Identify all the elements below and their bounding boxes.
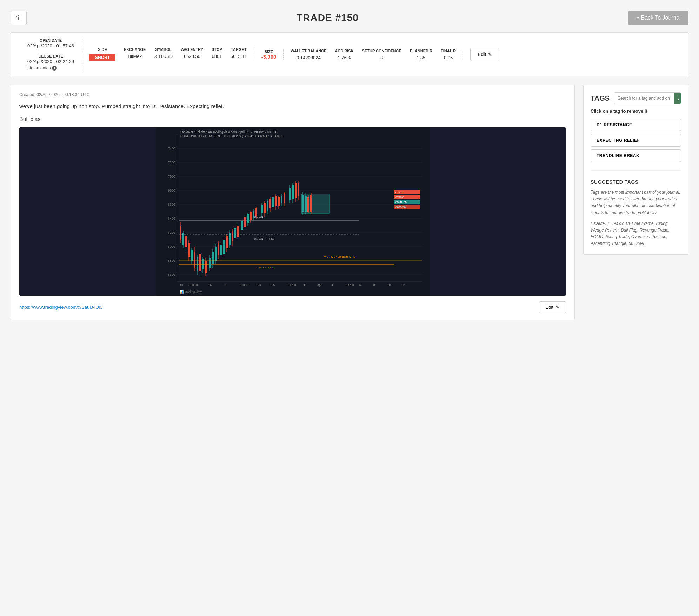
trade-edit-section: Edit ✎ [463, 48, 499, 61]
svg-text:6000: 6000 [168, 245, 175, 248]
suggested-tags-examples: EXAMPLE TAGS: 1h Time Frame, Rising Wedg… [591, 220, 681, 247]
info-on-dates[interactable]: Info on dates i [26, 66, 75, 71]
info-icon: i [52, 66, 57, 71]
svg-text:6: 6 [359, 283, 361, 287]
tags-header: TAGS › [591, 92, 681, 104]
exchange-value: BitMex [128, 54, 142, 59]
stop-value: 6801 [212, 54, 222, 59]
svg-text:D1 range low: D1 range low [258, 266, 274, 269]
wallet-balance-field: WALLET BALANCE 0.14208024 [291, 49, 326, 60]
stop-field: STOP 6801 [212, 47, 222, 59]
svg-text:7000: 7000 [168, 175, 175, 178]
svg-text:6778.0: 6778.0 [395, 196, 404, 199]
tag-item[interactable]: TRENDLINE BREAK [591, 149, 681, 162]
svg-text:6600: 6600 [168, 203, 175, 206]
svg-text:5600: 5600 [168, 273, 175, 276]
target-label: TARGET [231, 47, 246, 52]
suggested-tags-desc: Tags are the most important part of your… [591, 189, 681, 216]
svg-text:6800: 6800 [168, 189, 175, 192]
svg-text:3: 3 [331, 283, 333, 287]
tags-list: D1 RESISTANCE EXPECTING RELIEF TRENDLINE… [591, 119, 681, 162]
suggested-tags-section: SUGGESTED TAGS Tags are the most importa… [591, 170, 681, 247]
entry-edit-icon: ✎ [555, 304, 559, 310]
entry-edit-button[interactable]: Edit ✎ [539, 301, 566, 313]
delete-button[interactable]: 🗑 [11, 11, 27, 25]
svg-text:6400: 6400 [168, 217, 175, 220]
svg-text:D1 S/N - (-+PSL): D1 S/N - (-+PSL) [254, 237, 275, 240]
wallet-balance-label: WALLET BALANCE [291, 49, 326, 53]
entry-subtitle: Bull bias [19, 116, 566, 122]
svg-text:7400: 7400 [168, 147, 175, 150]
avg-entry-label: AVG ENTRY [181, 47, 203, 52]
open-date-label: OPEN DATE [26, 38, 75, 42]
svg-text:FxsMRat published on TradingVi: FxsMRat published on TradingView.com, Ap… [180, 130, 278, 134]
svg-text:100:00: 100:00 [189, 283, 198, 287]
close-date-value: 02/Apr/2020 - 02:24:29 [26, 59, 75, 64]
entry-footer: https://www.tradingview.com/x/BauIJ4Ud/ … [19, 301, 566, 313]
open-date-row: OPEN DATE 02/Apr/2020 - 01:57:46 [26, 38, 75, 48]
wallet-balance-value: 0.14208024 [297, 55, 321, 60]
avg-entry-field: AVG ENTRY 6623.50 [181, 47, 203, 59]
svg-text:100:00: 100:00 [287, 283, 296, 287]
stop-label: STOP [212, 47, 222, 52]
planned-r-field: PLANNED R 1.85 [410, 49, 432, 60]
symbol-value: XBTUSD [154, 54, 173, 59]
edit-icon: ✎ [488, 52, 492, 57]
tags-search-button[interactable]: › [674, 93, 681, 104]
exchange-field: EXCHANGE BitMex [124, 47, 146, 59]
tags-search-wrapper: › [614, 92, 681, 104]
svg-text:W1 Nov '17 Launch to ATH...: W1 Nov '17 Launch to ATH... [324, 256, 356, 258]
size-label: SIZE [265, 49, 273, 54]
tags-panel: TAGS › Click on a tag to remove it D1 RE… [583, 85, 688, 255]
svg-text:8: 8 [373, 283, 375, 287]
svg-text:BITMEX:XBTUSD, 6M 6869.5 +17.0: BITMEX:XBTUSD, 6M 6869.5 +17.0 (0.25%) ●… [180, 134, 283, 138]
tag-item[interactable]: D1 RESISTANCE [591, 119, 681, 131]
close-date-label: CLOSE DATE [26, 54, 75, 58]
target-field: TARGET 6615.11 [231, 47, 247, 59]
tag-item[interactable]: EXPECTING RELIEF [591, 134, 681, 147]
svg-text:12: 12 [401, 283, 405, 287]
svg-text:85-42.5M: 85-42.5M [395, 201, 407, 204]
symbol-label: SYMBOL [155, 47, 172, 52]
chart-container: 7400 7200 7000 6800 6600 6400 6200 6000 … [19, 127, 566, 296]
setup-confidence-field: SETUP CONFIDENCE 3 [362, 49, 401, 60]
svg-text:5800: 5800 [168, 259, 175, 262]
svg-text:13: 13 [180, 283, 183, 287]
trade-details-section: SIDE SHORT EXCHANGE BitMex SYMBOL XBTUSD… [82, 47, 254, 61]
chart-link[interactable]: https://www.tradingview.com/x/BauIJ4Ud/ [19, 304, 103, 310]
click-to-remove-label: Click on a tag to remove it [591, 108, 681, 114]
avg-entry-value: 6623.50 [184, 54, 200, 59]
final-r-field: FINAL R 0.05 [441, 49, 456, 60]
side-label: SIDE [98, 47, 107, 52]
svg-text:16: 16 [208, 283, 212, 287]
symbol-field: SYMBOL XBTUSD [154, 47, 173, 59]
journal-entry: Created: 02/Apr/2020 - 00:18:34 UTC we'v… [11, 85, 575, 320]
page-title: TRADE #150 [297, 12, 359, 24]
svg-text:18: 18 [224, 283, 227, 287]
acc-risk-label: ACC RISK [335, 49, 353, 53]
trade-info-bar: OPEN DATE 02/Apr/2020 - 01:57:46 CLOSE D… [11, 32, 688, 76]
setup-confidence-value: 3 [380, 55, 383, 60]
tags-search-input[interactable] [614, 93, 674, 103]
trade-edit-button[interactable]: Edit ✎ [470, 48, 499, 61]
side-value: SHORT [89, 54, 115, 61]
svg-text:30: 30 [303, 283, 306, 287]
exchange-label: EXCHANGE [124, 47, 146, 52]
main-content: Created: 02/Apr/2020 - 00:18:34 UTC we'v… [11, 85, 688, 320]
planned-r-label: PLANNED R [410, 49, 432, 53]
dates-section: OPEN DATE 02/Apr/2020 - 01:57:46 CLOSE D… [19, 38, 82, 71]
svg-text:100:00: 100:00 [345, 283, 354, 287]
svg-text:10: 10 [387, 283, 391, 287]
final-r-value: 0.05 [444, 55, 453, 60]
svg-text:📊 TradingView: 📊 TradingView [180, 290, 202, 294]
svg-text:Apr: Apr [317, 283, 322, 287]
size-value: -3,000 [261, 54, 277, 60]
svg-text:7200: 7200 [168, 161, 175, 164]
back-to-journal-button[interactable]: « Back To Journal [628, 11, 688, 25]
size-section: SIZE -3,000 [254, 49, 284, 60]
close-date-row: CLOSE DATE 02/Apr/2020 - 02:24:29 Info o… [26, 54, 75, 71]
page-header: 🗑 TRADE #150 « Back To Journal [11, 11, 688, 25]
svg-text:25: 25 [272, 283, 275, 287]
acc-risk-field: ACC RISK 1.76% [335, 49, 353, 60]
tags-title: TAGS [591, 94, 610, 102]
